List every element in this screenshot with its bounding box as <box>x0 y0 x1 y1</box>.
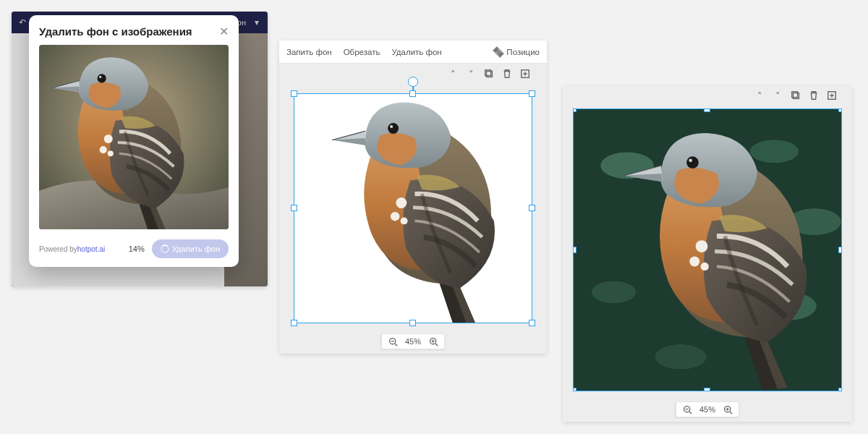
resize-handle-bl[interactable] <box>573 388 576 391</box>
zoom-in-icon[interactable] <box>428 336 438 346</box>
menu-fill-bg[interactable]: Запить фон <box>286 48 332 56</box>
hotpot-link[interactable]: hotpot.ai <box>77 245 105 253</box>
zoom-bar: 45% <box>381 333 445 349</box>
resize-handle-t[interactable] <box>409 90 416 97</box>
powered-by-label: Powered by <box>39 245 77 253</box>
selection-frame[interactable] <box>294 93 532 323</box>
resize-handle-t[interactable] <box>704 109 710 112</box>
resize-handle-tr[interactable] <box>838 109 842 112</box>
chevron-down-icon[interactable]: ▾ <box>250 16 263 29</box>
zoom-value: 45% <box>405 337 421 346</box>
menu-crop[interactable]: Обрезать <box>344 48 380 56</box>
zoom-out-icon[interactable] <box>682 404 692 414</box>
move-up-icon[interactable]: ˄ <box>447 68 459 80</box>
resize-handle-tl[interactable] <box>291 90 297 97</box>
menu-position[interactable]: Позицио <box>493 47 540 57</box>
remove-bg-button[interactable]: Удалить фон <box>152 239 229 258</box>
resize-handle-r[interactable] <box>838 247 842 253</box>
spinner-icon <box>161 244 169 253</box>
resize-handle-b[interactable] <box>409 320 416 326</box>
resize-handle-tl[interactable] <box>573 109 576 112</box>
resize-handle-bl[interactable] <box>291 320 297 326</box>
close-icon[interactable]: ✕ <box>219 26 229 38</box>
rotate-handle[interactable] <box>408 77 418 87</box>
resize-handle-br[interactable] <box>529 320 535 326</box>
editor-canvas-area[interactable]: ˄ ˅ 45% <box>563 85 852 422</box>
resize-handle-br[interactable] <box>838 388 842 391</box>
undo-icon[interactable]: ↶ <box>16 16 29 29</box>
move-down-icon[interactable]: ˅ <box>772 90 783 101</box>
resize-handle-tr[interactable] <box>529 90 535 97</box>
menu-remove-bg[interactable]: Удалить фон <box>391 48 441 56</box>
duplicate-icon[interactable] <box>483 68 495 80</box>
duplicate-icon[interactable] <box>790 90 801 101</box>
remove-bg-modal: Удалить фон с изображения ✕ <box>29 15 239 267</box>
add-icon[interactable] <box>519 68 531 80</box>
zoom-value: 45% <box>699 405 715 414</box>
layer-action-row: ˄ ˅ <box>447 68 531 80</box>
add-icon[interactable] <box>826 90 838 101</box>
modal-preview-image <box>39 45 229 229</box>
delete-icon[interactable] <box>808 90 820 101</box>
editor-menubar: Запить фон Обрезать Удалить фон Позицио <box>279 41 547 64</box>
move-up-icon[interactable]: ˄ <box>754 90 765 101</box>
panel-editor-transparent: Запить фон Обрезать Удалить фон Позицио … <box>279 41 547 354</box>
panel-remove-bg-modal-screenshot: ↶ ↷ рон ▾ Удалить фон с изображения ✕ <box>12 12 268 286</box>
editor-canvas-area[interactable]: ˄ ˅ 45% <box>279 64 547 354</box>
modal-title: Удалить фон с изображения <box>39 25 192 38</box>
move-down-icon[interactable]: ˅ <box>465 68 477 80</box>
resize-handle-l[interactable] <box>291 205 297 211</box>
selection-frame[interactable] <box>573 109 842 391</box>
zoom-bar: 45% <box>676 401 739 417</box>
layers-icon <box>493 46 504 58</box>
layer-action-row: ˄ ˅ <box>754 90 838 101</box>
zoom-out-icon[interactable] <box>388 336 398 346</box>
resize-handle-r[interactable] <box>529 205 535 211</box>
resize-handle-b[interactable] <box>704 388 710 391</box>
dim-editor-body: Удалить фон с изображения ✕ <box>12 33 268 286</box>
delete-icon[interactable] <box>501 68 513 80</box>
panel-editor-leaves-bg: ˄ ˅ 45% <box>563 85 852 422</box>
zoom-in-icon[interactable] <box>723 404 733 414</box>
resize-handle-l[interactable] <box>573 247 576 253</box>
progress-percent: 14% <box>129 244 145 253</box>
